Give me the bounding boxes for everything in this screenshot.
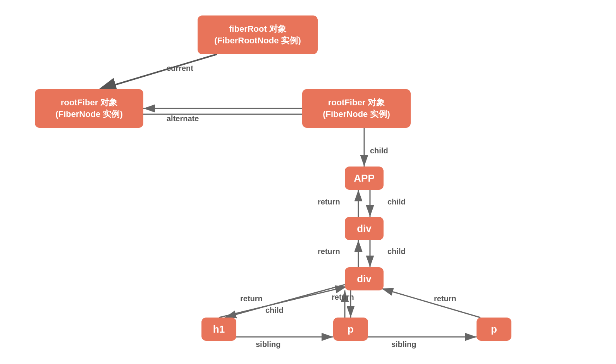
- fiberroot-node: fiberRoot 对象 (FiberRootNode 实例): [198, 15, 318, 54]
- rootfiber-left-label1: rootFiber 对象: [55, 97, 123, 108]
- rootfiber-right-label2: (FiberNode 实例): [323, 108, 390, 120]
- arrows-svg: [0, 0, 616, 364]
- div1-label: div: [357, 223, 372, 235]
- return1-label: return: [318, 197, 340, 206]
- sibling1-label: sibling: [256, 340, 280, 349]
- rootfiber-left-node: rootFiber 对象 (FiberNode 实例): [35, 89, 143, 128]
- app-node: APP: [345, 167, 384, 190]
- child4-label: child: [265, 306, 284, 315]
- div2-node: div: [345, 267, 384, 290]
- p1-label: p: [348, 323, 354, 335]
- return5-arrow: [382, 288, 480, 318]
- p2-node: p: [477, 318, 511, 341]
- rootfiber-left-label2: (FiberNode 实例): [55, 108, 123, 120]
- sibling2-label: sibling: [391, 340, 416, 349]
- h1-node: h1: [201, 318, 236, 341]
- return5-label: return: [434, 294, 456, 303]
- return4-label: return: [332, 293, 354, 302]
- alternate-label: alternate: [167, 114, 199, 123]
- current-arrow: [101, 54, 217, 89]
- diagram-container: fiberRoot 对象 (FiberRootNode 实例) rootFibe…: [0, 0, 616, 364]
- child3-label: child: [387, 247, 406, 256]
- p2-label: p: [491, 323, 497, 335]
- child2-label: child: [387, 197, 406, 206]
- child1-label: child: [370, 146, 388, 155]
- current-label: current: [167, 64, 193, 73]
- return2-label: return: [318, 247, 340, 256]
- app-label: APP: [354, 172, 374, 184]
- p1-node: p: [333, 318, 368, 341]
- fiberroot-label2: (FiberRootNode 实例): [214, 35, 301, 46]
- return3-label: return: [240, 294, 263, 303]
- div1-node: div: [345, 217, 384, 240]
- div2-label: div: [357, 273, 372, 285]
- h1-label: h1: [213, 323, 225, 335]
- rootfiber-right-node: rootFiber 对象 (FiberNode 实例): [302, 89, 411, 128]
- fiberroot-label1: fiberRoot 对象: [214, 23, 301, 35]
- rootfiber-right-label1: rootFiber 对象: [323, 97, 390, 108]
